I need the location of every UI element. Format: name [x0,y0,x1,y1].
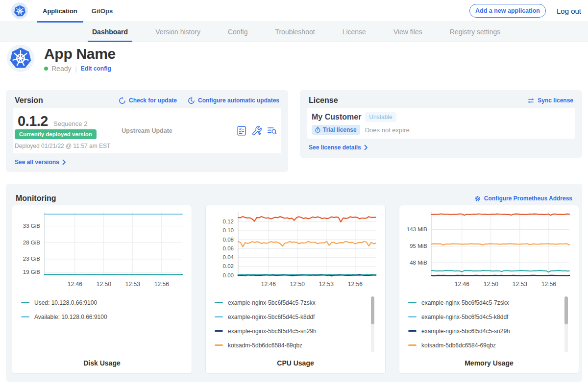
legend-swatch [21,316,29,317]
svg-text:12:56: 12:56 [348,281,363,288]
tab-gitops-label: GitOps [92,7,113,15]
dashboard-content: Version Check for update [0,84,588,382]
currently-deployed-badge: Currently deployed version [15,129,97,139]
tab-license-label: License [343,28,366,36]
app-header: App Name Ready | Edit config [0,42,588,84]
legend-item[interactable]: kotsadm-5db6dc6584-69qbz [408,338,564,352]
legend-item[interactable]: Available: 10.128.0.66:9100 [21,310,177,324]
tab-gitops[interactable]: GitOps [86,0,119,22]
svg-text:28 GiB: 28 GiB [23,240,40,245]
cpu-usage-legend: example-nginx-5bc6f5d4c5-7zskxexample-ng… [213,295,378,353]
chart-title: Memory Usage [406,359,572,367]
disk-usage-chart-card: 33 GiB28 GiB23 GiB19 GiB12:4612:5012:531… [12,205,192,374]
svg-text:12:56: 12:56 [154,281,169,288]
legend-scroll-thumb[interactable] [371,296,374,324]
config-wrench-icon[interactable] [251,125,262,136]
legend-scrollbar[interactable] [564,296,568,352]
legend-label: kotsadm-5db6dc6584-69qbz [228,342,302,349]
version-card: Version Check for update [6,90,288,172]
legend-swatch [408,330,416,332]
legend-swatch [408,344,416,346]
configure-prometheus-label: Configure Prometheus Address [484,195,572,202]
deployed-timestamp: Deployed 01/21/22 @ 11:57 am EST [15,143,142,149]
chevron-right-icon [62,159,66,165]
kubernetes-app-icon [9,47,32,70]
svg-text:0.08: 0.08 [223,237,234,243]
memory-usage-chart-card: 143 MiB95 MiB48 MiB12:4612:5012:5312:56 … [399,205,579,374]
svg-text:95 MiB: 95 MiB [410,243,427,249]
configure-prometheus-link[interactable]: Configure Prometheus Address [474,195,572,202]
tab-dashboard[interactable]: Dashboard [88,22,132,42]
chart-title: CPU Usage [213,359,378,367]
release-notes-icon[interactable] [236,125,247,136]
legend-swatch [408,302,416,303]
tab-registry-settings-label: Registry settings [450,28,500,36]
kubernetes-logo[interactable] [11,2,28,19]
see-all-versions-label: See all versions [15,159,59,166]
legend-label: Available: 10.128.0.66:9100 [34,314,107,320]
sequence-label: Sequence 2 [53,120,87,127]
legend-scroll-thumb[interactable] [564,296,568,324]
check-for-update-label: Check for update [129,97,177,104]
status-dot [44,67,48,71]
svg-text:12:50: 12:50 [484,281,498,288]
legend-label: example-nginx-5bc6f5d4c5-7zskx [228,299,316,306]
legend-item[interactable]: example-nginx-5bc6f5d4c5-k8ddf [408,310,564,324]
kubernetes-helm-icon [14,5,26,17]
sync-license-link[interactable]: Sync license [527,97,573,104]
svg-text:0.06: 0.06 [223,245,234,251]
sync-icon [527,97,535,104]
svg-text:12:53: 12:53 [513,281,527,288]
legend-item[interactable]: kotsadm-5db6dc6584-69qbz [215,338,370,352]
tab-config-label: Config [228,28,247,36]
svg-text:0.02: 0.02 [223,263,234,269]
legend-label: Used: 10.128.0.66:9100 [34,299,97,306]
disk-usage-plot: 33 GiB28 GiB23 GiB19 GiB12:4612:5012:531… [19,211,185,290]
upstream-update-label: Upstream Update [122,127,172,134]
svg-text:48 MiB: 48 MiB [410,260,427,266]
tab-registry-settings[interactable]: Registry settings [445,22,505,42]
tab-version-history[interactable]: Version history [151,22,205,42]
tab-config[interactable]: Config [223,22,252,42]
page-title: App Name [44,46,116,62]
check-for-update-link[interactable]: Check for update [119,97,177,104]
svg-text:33 GiB: 33 GiB [23,223,40,229]
legend-scrollbar[interactable] [371,296,374,352]
legend-item[interactable]: example-nginx-5bc6f5d4c5-sn29h [408,324,564,338]
logout-link[interactable]: Log out [557,7,581,15]
tab-troubleshoot[interactable]: Troubleshoot [270,22,319,42]
tab-application[interactable]: Application [37,0,83,22]
legend-item[interactable]: example-nginx-5bc6f5d4c5-sn29h [215,324,370,338]
configure-automatic-updates-label: Configure automatic updates [198,97,279,104]
svg-text:0.10: 0.10 [223,227,234,233]
tab-dashboard-label: Dashboard [92,28,128,36]
configure-automatic-updates-link[interactable]: Configure automatic updates [188,97,279,104]
svg-text:12:50: 12:50 [290,281,305,288]
monitoring-title: Monitoring [16,194,56,203]
tab-license[interactable]: License [338,22,370,42]
view-diff-icon[interactable] [267,125,277,136]
legend-swatch [215,344,223,346]
legend-swatch [215,330,223,332]
version-number: 0.1.2 [18,114,48,128]
legend-item[interactable]: Used: 10.128.0.66:9100 [21,295,177,310]
tab-view-files[interactable]: View files [389,22,427,42]
svg-text:19 GiB: 19 GiB [23,269,40,275]
legend-item[interactable]: example-nginx-5bc6f5d4c5-7zskx [408,295,564,310]
svg-text:23 GiB: 23 GiB [23,256,40,262]
legend-label: example-nginx-5bc6f5d4c5-sn29h [228,328,317,335]
legend-swatch [21,302,29,303]
edit-config-link[interactable]: Edit config [81,65,111,72]
chevron-right-icon [364,145,368,150]
add-a-new-application-button[interactable]: Add a new application [469,4,546,18]
svg-text:12:46: 12:46 [455,281,469,288]
see-all-versions-link[interactable]: See all versions [15,159,66,166]
legend-item[interactable]: example-nginx-5bc6f5d4c5-7zskx [215,295,370,310]
legend-label: example-nginx-5bc6f5d4c5-k8ddf [421,314,508,320]
tab-version-history-label: Version history [155,28,200,36]
see-license-details-link[interactable]: See license details [309,144,368,151]
app-sub-nav: Dashboard Version history Config Trouble… [0,22,588,42]
svg-text:0.00: 0.00 [223,272,234,278]
chart-title: Disk Usage [19,359,185,367]
legend-item[interactable]: example-nginx-5bc6f5d4c5-k8ddf [215,310,370,324]
